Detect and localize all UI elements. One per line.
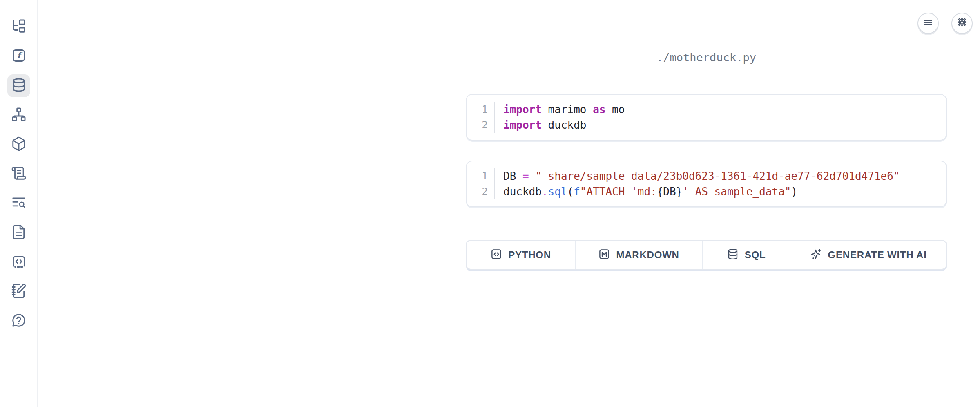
gear-icon [956, 17, 968, 30]
code-line: 1 import marimo as mo [467, 102, 946, 117]
activity-sidebar: f [0, 0, 38, 407]
sidebar-item-dependencies[interactable] [7, 104, 30, 127]
code-cell[interactable]: 1 import marimo as mo 2 import duckdb [466, 94, 947, 141]
line-number: 2 [467, 117, 495, 133]
code-text: DB = "_share/sample_data/23b0d623-1361-4… [495, 168, 900, 184]
add-cell-toolbar: PYTHON MARKDOWN SQL [466, 240, 947, 270]
code-text: duckdb.sql(f"ATTACH 'md:{DB}' AS sample_… [495, 184, 797, 199]
svg-text:f: f [17, 51, 22, 60]
add-sql-cell-button[interactable]: SQL [702, 241, 790, 269]
code-text: import marimo as mo [495, 102, 625, 117]
file-tree-icon [11, 18, 27, 36]
notebook-area: ./motherduck.py 1 import marimo as mo 2 … [38, 0, 980, 407]
sidebar-item-snippets[interactable] [7, 251, 30, 274]
hamburger-icon [922, 17, 934, 30]
line-number: 2 [467, 184, 495, 199]
add-python-cell-button[interactable]: PYTHON [467, 241, 575, 269]
square-code-icon [490, 248, 502, 262]
sidebar-item-packages[interactable] [7, 133, 30, 156]
cube-icon [11, 136, 27, 153]
document-icon [11, 224, 27, 242]
line-number: 1 [467, 102, 495, 117]
sidebar-item-logs[interactable] [7, 192, 30, 215]
menu-button[interactable] [917, 13, 939, 34]
notebook-filename[interactable]: ./motherduck.py [466, 51, 947, 64]
sidebar-item-outline[interactable] [7, 163, 30, 186]
sparkles-icon [810, 248, 822, 262]
app-window: f [0, 0, 980, 407]
help-icon [11, 313, 27, 330]
button-label: MARKDOWN [616, 249, 679, 261]
square-m-markdown-icon [598, 248, 610, 262]
sidebar-item-variables[interactable]: f [7, 45, 30, 68]
sidebar-item-documentation[interactable] [7, 221, 30, 244]
sidebar-item-scratchpad[interactable] [7, 280, 30, 303]
code-cell[interactable]: 1 DB = "_share/sample_data/23b0d623-1361… [466, 161, 947, 207]
function-icon: f [11, 48, 27, 65]
code-line: 1 DB = "_share/sample_data/23b0d623-1361… [467, 168, 946, 184]
code-text: import duckdb [495, 117, 587, 133]
line-number: 1 [467, 168, 495, 184]
settings-button[interactable] [951, 13, 973, 34]
button-label: PYTHON [508, 249, 551, 261]
sitemap-icon [11, 107, 27, 124]
sidebar-item-file-explorer[interactable] [7, 16, 30, 38]
code-line: 2 import duckdb [467, 117, 946, 133]
generate-with-ai-button[interactable]: GENERATE WITH AI [790, 241, 946, 269]
notebook-edit-icon [11, 283, 27, 300]
scroll-icon [11, 165, 27, 183]
sidebar-item-help[interactable] [7, 310, 30, 333]
button-label: SQL [745, 249, 766, 261]
button-label: GENERATE WITH AI [828, 249, 927, 261]
add-markdown-cell-button[interactable]: MARKDOWN [575, 241, 702, 269]
database-icon [11, 77, 27, 94]
list-search-icon [11, 195, 27, 212]
code-line: 2 duckdb.sql(f"ATTACH 'md:{DB}' AS sampl… [467, 184, 946, 199]
code-snippet-icon [11, 254, 27, 271]
database-icon [727, 248, 739, 262]
sidebar-item-datasources[interactable] [7, 74, 30, 97]
